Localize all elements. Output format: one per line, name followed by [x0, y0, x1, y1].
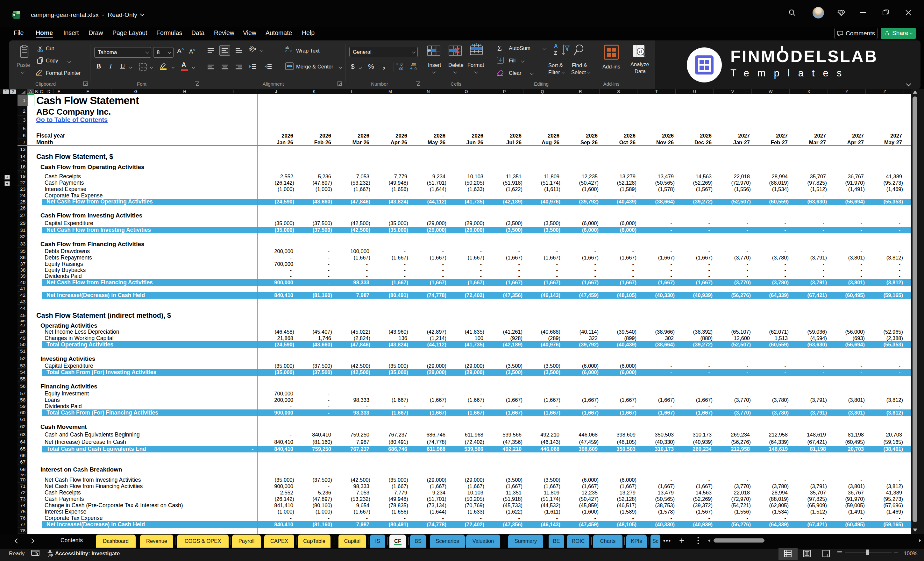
svg-text:.00: .00 — [398, 67, 403, 70]
svg-text:.0: .0 — [400, 62, 402, 66]
svg-text:.00: .00 — [411, 62, 416, 66]
svg-text:.0: .0 — [414, 67, 417, 70]
svg-text:x: x — [13, 13, 15, 17]
svg-text:c: c — [285, 49, 287, 53]
